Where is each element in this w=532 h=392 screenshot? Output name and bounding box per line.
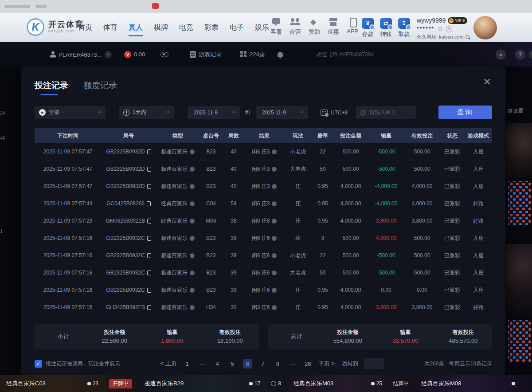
nav-item[interactable]: 彩票 [204,20,219,36]
deposit-button[interactable]: ¥ 存款 [362,18,374,38]
sponsor-link[interactable]: 赞助 [309,18,320,36]
copy-icon[interactable] [147,288,151,293]
toggle-balance-visibility[interactable] [160,52,168,57]
date-from-select[interactable]: 2025-11-9 ▼ [188,106,240,119]
copy-icon[interactable] [147,167,151,172]
copy-icon[interactable] [147,184,151,189]
copy-icon[interactable] [147,270,151,275]
balance-display[interactable]: V 0.00 [124,51,145,58]
page-number[interactable]: 1 [183,359,192,368]
info-icon[interactable] [190,236,195,241]
cell-bet-time: 2025-11-09 07:57:47 [35,149,101,155]
nav-item[interactable]: 首页 [78,20,92,36]
page-number[interactable]: 6 [243,359,252,368]
cell-table-no: C04 [200,200,223,207]
game-record-link[interactable]: 游戏记录 [190,51,222,59]
page-number[interactable]: 4 [213,359,222,368]
page-number[interactable]: 7 [258,359,267,368]
live-table-tile[interactable]: 经典百家乐C03 23 开牌中 [0,375,138,392]
road-settings-label[interactable]: 路设置 [508,107,524,115]
game-type-text: 极速百家乐 [161,252,188,259]
withdraw-button[interactable]: ↧ 取款 [398,18,410,38]
cell-round-count: 38 [223,218,245,224]
vip-badge[interactable]: V VIP 9 [448,17,467,24]
tab[interactable]: 额度记录 [83,80,117,95]
copy-icon[interactable] [147,149,151,154]
info-icon[interactable] [190,149,195,154]
nav-item[interactable]: 电子 [230,20,244,36]
app-link[interactable]: APP [347,18,358,36]
info-icon[interactable] [272,253,277,258]
time-range-select[interactable]: 1天内 ▼ [119,106,174,119]
copy-icon[interactable] [147,201,151,206]
live-table-tile[interactable]: 经典百家乐M03 25 结算中 [287,375,415,392]
page-number[interactable]: 5 [228,359,237,368]
page-number[interactable]: ··· [288,359,297,368]
next-page-button[interactable]: 下页 > [318,360,335,368]
info-icon[interactable] [272,219,277,223]
close-icon[interactable]: ✕ [483,77,491,87]
live-tables-strip: 经典百家乐C03 23 开牌中 极速百家乐B29 17 8 经典百家乐M03 2… [0,375,532,392]
page-number[interactable]: 8 [273,359,282,368]
jump-page-input[interactable] [364,358,384,369]
cell-odds: 0.95 [312,304,333,310]
info-icon[interactable] [190,253,195,258]
eye-off-icon[interactable]: ∅ [437,26,443,32]
live-video-thumbnail[interactable] [506,244,532,315]
nav-item[interactable]: 电竞 [179,20,193,36]
page-number[interactable]: ··· [198,359,207,368]
cell-result: 闲6 庄6 [245,252,284,259]
page-number[interactable]: 26 [303,359,313,368]
info-icon[interactable] [272,236,277,241]
table-count-link[interactable]: 224桌 [240,51,265,59]
copy-icon[interactable] [147,236,151,241]
prev-page-button[interactable]: < 上页 [160,360,177,368]
copy-icon[interactable] [147,305,151,310]
nav-item[interactable]: 体育 [103,20,117,36]
nav-item[interactable]: 棋牌 [154,20,168,36]
tab[interactable]: 投注记录 [35,80,68,95]
date-to-select[interactable]: 2025-11-9 ▼ [256,106,308,119]
info-icon[interactable] [272,305,277,310]
customer-service-link[interactable]: 客服 [270,18,282,36]
live-table-tile[interactable]: 经典百家乐M08 [415,375,532,392]
info-icon[interactable] [190,270,195,275]
nav-item[interactable]: 真人 [129,20,143,36]
info-icon[interactable] [190,201,195,206]
info-icon[interactable] [272,288,277,293]
timezone-display[interactable]: UTC+8 [321,110,348,116]
copy-icon[interactable] [147,219,151,223]
user-avatar[interactable] [473,16,497,39]
player-account[interactable]: PLAYER46873... [50,51,102,58]
merge-checkbox[interactable]: ✓ [35,360,42,368]
bet-record-row: 2025-11-09 07:57:23 GM0625B0922B 经典百家乐 M… [35,212,492,230]
info-icon[interactable] [190,184,195,189]
info-icon[interactable] [272,167,277,172]
edge-button[interactable] [529,49,532,59]
lobby-search-button[interactable]: ⌕ [496,49,506,59]
live-table-tile[interactable]: 极速百家乐B29 17 8 [138,375,287,392]
game-type-select[interactable]: ♠ 全部 ▼ [35,106,106,119]
help-button[interactable]: ? [515,49,525,59]
info-icon[interactable] [190,219,195,223]
live-video-thumbnail[interactable] [506,123,532,177]
info-icon[interactable] [190,167,195,172]
search-icon[interactable] [465,35,470,40]
info-icon[interactable] [272,201,277,206]
partnership-link[interactable]: 合营 [289,18,301,36]
info-icon[interactable] [272,270,277,275]
info-icon[interactable] [190,305,195,310]
notifications-button[interactable] [278,52,283,57]
chevron-down-icon[interactable]: ▼ [446,26,452,32]
query-button[interactable]: 查询 [438,106,492,119]
info-icon[interactable] [272,184,277,189]
round-search-input[interactable]: 请输入局号 [356,106,416,119]
transfer-button[interactable]: ⇄ 转账 [380,18,392,38]
promo-link[interactable]: 优惠 [328,18,339,36]
info-icon[interactable] [190,288,195,293]
copy-icon[interactable] [147,253,151,258]
nav-item[interactable]: 娱乐 [255,20,269,36]
brand-logo[interactable]: K 开云体育 kaiyun.com [27,18,84,36]
account-dropdown[interactable]: ▼ [105,51,112,58]
info-icon[interactable] [272,149,277,154]
